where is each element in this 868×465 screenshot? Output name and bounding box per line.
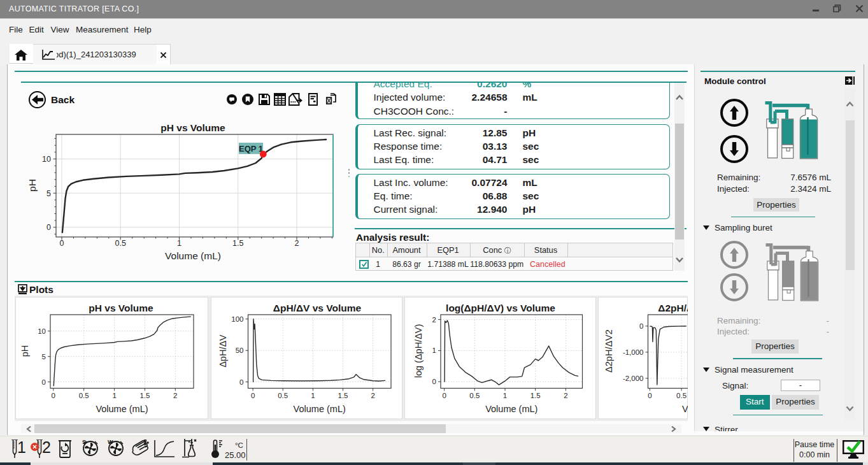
svg-text:0: 0 bbox=[639, 322, 643, 330]
svg-text:0.5: 0.5 bbox=[79, 392, 89, 399]
svg-text:1.5: 1.5 bbox=[338, 392, 348, 399]
svg-text:0.5: 0.5 bbox=[469, 392, 480, 399]
svg-text:Volume (mL): Volume (mL) bbox=[293, 404, 345, 414]
svg-text:0.5: 0.5 bbox=[676, 392, 687, 399]
svg-text:Δ2pH/ΔV2 vs Volume: Δ2pH/ΔV2 vs Volume bbox=[658, 303, 688, 313]
svg-text:Volume (mL): Volume (mL) bbox=[165, 250, 221, 261]
svg-text:pH: pH bbox=[27, 179, 38, 192]
svg-text:0: 0 bbox=[42, 378, 46, 386]
svg-text:0.5: 0.5 bbox=[115, 239, 126, 248]
svg-text:0: 0 bbox=[46, 223, 51, 232]
svg-text:0: 0 bbox=[442, 392, 446, 399]
svg-text:0: 0 bbox=[250, 392, 254, 399]
svg-text:2: 2 bbox=[173, 392, 177, 399]
svg-text:EQP 1: EQP 1 bbox=[239, 144, 263, 154]
svg-text:1: 1 bbox=[311, 392, 315, 399]
svg-text:2: 2 bbox=[564, 392, 567, 399]
svg-text:1.5: 1.5 bbox=[232, 239, 243, 248]
svg-text:0: 0 bbox=[60, 239, 64, 248]
svg-text:pH: pH bbox=[20, 345, 30, 357]
svg-text:-1,000: -1,000 bbox=[623, 348, 644, 356]
svg-text:0: 0 bbox=[239, 378, 243, 386]
svg-text:1: 1 bbox=[112, 392, 116, 399]
svg-text:ΔpH/ΔV: ΔpH/ΔV bbox=[217, 334, 227, 368]
svg-text:Volume (mL): Volume (mL) bbox=[96, 404, 148, 414]
svg-text:1: 1 bbox=[432, 347, 436, 354]
svg-text:pH vs Volume: pH vs Volume bbox=[89, 303, 153, 313]
svg-text:log(ΔpH/ΔV) vs Volume: log(ΔpH/ΔV) vs Volume bbox=[446, 303, 555, 313]
svg-text:5: 5 bbox=[42, 353, 46, 361]
svg-text:1: 1 bbox=[177, 239, 181, 248]
svg-text:Volume (mL): Volume (mL) bbox=[682, 404, 688, 414]
svg-text:2: 2 bbox=[371, 392, 374, 399]
svg-text:1.5: 1.5 bbox=[530, 392, 540, 399]
svg-text:10: 10 bbox=[38, 327, 46, 335]
svg-text:ΔpH/ΔV vs Volume: ΔpH/ΔV vs Volume bbox=[273, 303, 361, 313]
svg-text:Volume (mL): Volume (mL) bbox=[485, 404, 537, 414]
svg-text:1.5: 1.5 bbox=[139, 392, 150, 399]
svg-text:Δ2pH/ΔV2: Δ2pH/ΔV2 bbox=[604, 329, 614, 373]
svg-text:10: 10 bbox=[42, 155, 51, 164]
svg-text:50: 50 bbox=[235, 347, 243, 354]
svg-text:log (ΔpH/ΔV): log (ΔpH/ΔV) bbox=[413, 324, 423, 378]
svg-text:0: 0 bbox=[648, 392, 651, 399]
svg-text:0.5: 0.5 bbox=[278, 392, 288, 399]
svg-text:0: 0 bbox=[52, 392, 55, 399]
svg-text:-2,000: -2,000 bbox=[623, 375, 644, 382]
svg-text:2: 2 bbox=[295, 239, 299, 248]
svg-text:100: 100 bbox=[231, 315, 243, 323]
svg-text:2: 2 bbox=[432, 316, 436, 324]
svg-text:1: 1 bbox=[502, 392, 506, 399]
svg-text:0: 0 bbox=[432, 378, 436, 385]
svg-text:5: 5 bbox=[46, 189, 51, 198]
